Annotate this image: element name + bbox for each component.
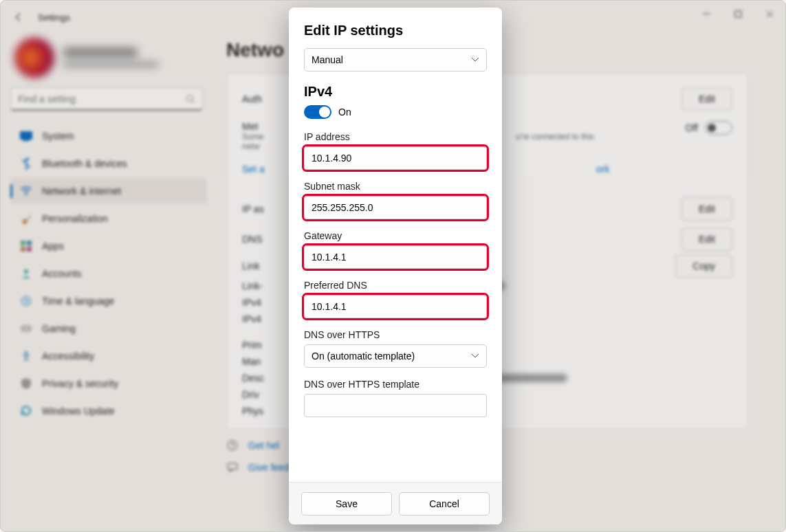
doh-template-label: DNS over HTTPS template bbox=[304, 379, 487, 390]
doh-select[interactable]: On (automatic template) bbox=[304, 344, 487, 368]
chevron-down-icon bbox=[471, 57, 479, 63]
cancel-button[interactable]: Cancel bbox=[399, 492, 490, 516]
ip-address-label: IP address bbox=[304, 131, 487, 142]
ipv4-toggle[interactable] bbox=[304, 105, 331, 119]
edit-ip-dialog: Edit IP settings Manual IPv4 On IP addre… bbox=[289, 8, 502, 524]
ip-address-input[interactable] bbox=[304, 146, 487, 170]
subnet-mask-label: Subnet mask bbox=[304, 181, 487, 192]
ip-mode-select[interactable]: Manual bbox=[304, 48, 487, 71]
chevron-down-icon bbox=[471, 353, 479, 359]
dialog-title: Edit IP settings bbox=[304, 23, 487, 38]
gateway-label: Gateway bbox=[304, 230, 487, 241]
doh-template-input[interactable] bbox=[304, 394, 487, 417]
preferred-dns-label: Preferred DNS bbox=[304, 280, 487, 291]
gateway-input[interactable] bbox=[304, 245, 487, 269]
ipv4-heading: IPv4 bbox=[304, 84, 487, 100]
preferred-dns-input[interactable] bbox=[304, 295, 487, 318]
save-button[interactable]: Save bbox=[301, 492, 392, 516]
toggle-label: On bbox=[338, 107, 351, 118]
doh-label: DNS over HTTPS bbox=[304, 329, 487, 340]
subnet-mask-input[interactable] bbox=[304, 196, 487, 219]
